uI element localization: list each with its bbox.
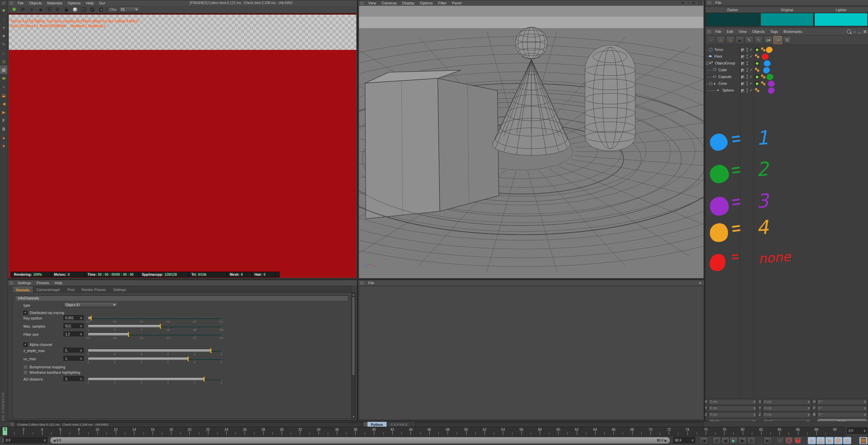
menu-file[interactable]: File xyxy=(713,1,724,5)
next-frame-icon[interactable]: |▶ xyxy=(738,437,747,444)
object-row-torus[interactable]: ◯Torus✓ xyxy=(705,46,868,53)
menu-materials[interactable]: Materials xyxy=(44,1,65,5)
spinner-arrows-icon[interactable] xyxy=(80,325,82,327)
edit-spline-b-icon[interactable]: ✎ xyxy=(754,36,763,44)
slider-marker-icon[interactable] xyxy=(91,316,92,321)
coord-field-rotation-h[interactable]: 0 ° xyxy=(817,399,868,404)
object-name[interactable]: Cube xyxy=(718,68,727,72)
phong-tag-icon[interactable] xyxy=(761,75,766,79)
slider-marker-icon[interactable] xyxy=(188,356,189,361)
object-row-floor[interactable]: ⬬Floor✓ xyxy=(705,53,868,60)
octane-objecttag-icon[interactable] xyxy=(755,61,759,65)
key-icon[interactable]: ⚷ xyxy=(776,437,784,444)
close-icon[interactable]: ✕ xyxy=(699,281,702,285)
coord-field-position-y[interactable]: 0 cm xyxy=(708,405,757,411)
phong-tag-icon[interactable] xyxy=(755,68,760,73)
octane-objecttag-icon[interactable] xyxy=(755,48,759,52)
keyframe-help-icon[interactable]: ? xyxy=(794,437,802,444)
menu-help[interactable]: Help xyxy=(52,281,65,285)
eye-icon[interactable]: ◡ xyxy=(858,30,861,34)
object-name[interactable]: Sphere xyxy=(722,88,734,92)
menu-file[interactable]: File xyxy=(713,30,724,34)
corner-ruler-icon[interactable]: ∟ xyxy=(0,49,7,57)
rotate-view-icon[interactable]: ↻ xyxy=(692,1,696,5)
phong-tag-icon[interactable] xyxy=(755,54,760,59)
checkbox-row-bump-normal-mapping[interactable]: Bump/normal mapping xyxy=(23,365,65,369)
coord-field-position-z[interactable]: 0 cm xyxy=(708,412,757,417)
param-value-field[interactable]: 1.2 xyxy=(63,331,84,337)
coord-field-rotation-b[interactable]: 0 ° xyxy=(817,412,868,417)
layer-toggle-icon[interactable] xyxy=(741,89,745,93)
autokey-record-icon[interactable] xyxy=(785,437,793,444)
param-slider[interactable]: 000013 xyxy=(88,377,221,384)
play-forwards-icon[interactable]: ▶ xyxy=(730,437,738,444)
orange-left-arrow-icon[interactable]: ◀ xyxy=(0,99,7,108)
color-swatch-darker[interactable] xyxy=(706,13,759,26)
param-slider[interactable]: 000000 xyxy=(88,356,221,363)
stop-render-icon[interactable]: ■ xyxy=(38,7,43,13)
spinner-arrows-icon[interactable] xyxy=(80,349,82,352)
object-name[interactable]: Capsule xyxy=(718,75,732,79)
tab-settings[interactable]: Settings xyxy=(110,287,130,293)
checkbox-icon[interactable]: ✓ xyxy=(23,311,27,315)
menubar-drag-handle[interactable] xyxy=(360,1,364,5)
phong-tag-icon[interactable] xyxy=(761,81,766,86)
param-value-field[interactable]: 1. xyxy=(63,356,84,361)
menubar-drag-handle[interactable] xyxy=(10,281,14,285)
coord-field-position-x[interactable]: 0 cm xyxy=(708,399,757,404)
octane-objecttag-icon[interactable] xyxy=(755,82,759,86)
object-name[interactable]: Floor xyxy=(714,54,722,58)
pan-view-icon[interactable]: ✛ xyxy=(681,1,685,5)
visibility-dots-icon[interactable] xyxy=(747,48,748,52)
restart-render-icon[interactable]: ⟳ xyxy=(20,7,26,13)
param-value-field[interactable]: 3. xyxy=(63,376,84,382)
menu-cameras[interactable]: Cameras xyxy=(379,1,400,5)
visibility-dots-icon[interactable] xyxy=(747,68,748,72)
console-output-area[interactable] xyxy=(359,286,703,420)
menu-file[interactable]: File xyxy=(15,1,26,5)
menubar-drag-handle[interactable] xyxy=(10,1,14,5)
pen-icon[interactable]: ✎ xyxy=(0,40,7,49)
power-slider[interactable]: ◀ 0 F 90 F ▶ xyxy=(50,437,670,444)
orange-down-arrow-icon[interactable]: ▼ xyxy=(0,142,7,150)
slider-marker-icon[interactable] xyxy=(160,324,161,329)
spinner-arrows-icon[interactable] xyxy=(753,407,755,409)
visibility-dots-icon[interactable] xyxy=(747,89,748,93)
param-slider[interactable]: 0.00.81.62.43.24.0 xyxy=(88,332,221,339)
menu-tags[interactable]: Tags xyxy=(768,30,781,34)
top-arrow-icon[interactable]: ▲ xyxy=(735,36,744,44)
power-slider-start-handle[interactable]: ◀ 0 F xyxy=(53,439,61,442)
menu-bookmarks[interactable]: Bookmarks xyxy=(781,30,805,34)
menu-panel[interactable]: Panel xyxy=(449,1,464,5)
expander-icon[interactable]: − xyxy=(706,62,709,65)
checkbox-icon[interactable] xyxy=(23,365,27,369)
checkbox-icon[interactable] xyxy=(23,370,27,374)
slider-marker-icon[interactable] xyxy=(204,377,205,382)
object-row-cone[interactable]: −▲Cone✓ xyxy=(705,80,868,87)
tab-renderpasses[interactable]: Render Passes xyxy=(78,287,110,293)
menu-gui[interactable]: Gui xyxy=(96,1,108,5)
search-icon[interactable] xyxy=(847,30,851,34)
menu-edit[interactable]: Edit xyxy=(724,30,736,34)
type-dropdown[interactable]: Object ID xyxy=(63,302,118,308)
slider-marker-icon[interactable] xyxy=(210,348,211,353)
menu-options[interactable]: Options xyxy=(417,1,435,5)
param-value-field[interactable]: 512. xyxy=(63,323,84,329)
render-settings-icon[interactable]: ⚙ xyxy=(55,7,60,13)
end-frame-field[interactable]: 90 F xyxy=(673,437,695,444)
spinner-arrows-icon[interactable] xyxy=(80,357,82,360)
spinner-arrows-icon[interactable] xyxy=(753,401,755,403)
visibility-dots-icon[interactable] xyxy=(747,82,748,86)
scale-tool-icon[interactable]: ◱ xyxy=(816,437,825,444)
param-slider[interactable]: 1371848126 xyxy=(88,324,221,331)
menu-presets[interactable]: Presets xyxy=(34,281,52,285)
tab-post[interactable]: Post xyxy=(64,287,78,293)
snap-grid-icon[interactable]: ∷ xyxy=(843,437,851,444)
move-tool-icon[interactable]: ✛ xyxy=(808,437,816,444)
coord-field-size-z[interactable]: 0 cm xyxy=(762,412,811,417)
spinner-arrows-icon[interactable] xyxy=(753,413,755,416)
picture-in-picture-icon[interactable] xyxy=(81,7,86,12)
menu-options[interactable]: Options xyxy=(65,1,83,5)
play-backwards-icon[interactable]: ↺ xyxy=(713,437,721,444)
slider-marker-icon[interactable] xyxy=(128,332,129,337)
